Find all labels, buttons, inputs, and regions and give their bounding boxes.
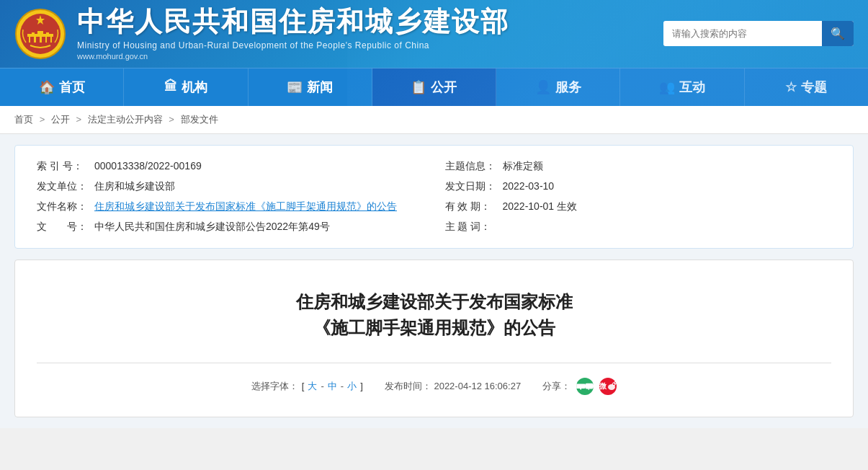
bracket-close: ] — [360, 381, 363, 391]
nav-label-home: 首页 — [59, 79, 85, 96]
info-value-index: 000013338/2022-00169 — [94, 160, 202, 172]
publish-time-value: 2022-04-12 16:06:27 — [434, 381, 521, 391]
breadcrumb-sep-2: > — [76, 114, 81, 125]
info-label-issuer: 发文单位： — [37, 180, 94, 193]
national-emblem-icon — [14, 8, 66, 60]
font-size-small[interactable]: 小 — [347, 380, 357, 393]
document-divider — [37, 363, 831, 363]
logo-text: 中华人民共和国住房和城乡建设部 Ministry of Housing and … — [77, 7, 509, 61]
share-label: 分享： — [542, 380, 571, 393]
news-icon: 📰 — [287, 79, 303, 95]
svg-rect-5 — [37, 31, 43, 35]
header: 中华人民共和国住房和城乡建设部 Ministry of Housing and … — [0, 0, 868, 106]
info-value-issuer: 住房和城乡建设部 — [94, 180, 175, 193]
publish-time-area: 发布时间： 2022-04-12 16:06:27 — [385, 380, 521, 393]
svg-rect-12 — [585, 383, 594, 389]
nav-label-institutions: 机构 — [182, 79, 207, 96]
info-card: 索 引 号： 000013338/2022-00169 发文单位： 住房和城乡建… — [14, 145, 854, 249]
font-size-sep-1: - — [321, 381, 323, 391]
home-icon: 🏠 — [39, 79, 55, 95]
font-size-medium[interactable]: 中 — [328, 380, 337, 393]
info-row-docnum: 文 号： 中华人民共和国住房和城乡建设部公告2022年第49号 — [37, 221, 424, 234]
info-row-index: 索 引 号： 000013338/2022-00169 — [37, 160, 424, 173]
svg-rect-8 — [36, 37, 40, 43]
main-content: 索 引 号： 000013338/2022-00169 发文单位： 住房和城乡建… — [0, 134, 868, 428]
nav-item-institutions[interactable]: 🏛 机构 — [124, 68, 248, 106]
svg-rect-10 — [47, 37, 50, 43]
svg-marker-13 — [588, 389, 590, 390]
nav-label-news: 新闻 — [307, 79, 333, 96]
weibo-icon — [607, 381, 617, 391]
document-title-line1: 住房和城乡建设部关于发布国家标准 — [37, 289, 831, 315]
site-url: www.mohurd.gov.cn — [77, 52, 509, 61]
info-label-index: 索 引 号： — [37, 160, 94, 173]
breadcrumb-sep-1: > — [40, 114, 45, 125]
document-card: 住房和城乡建设部关于发布国家标准 《施工脚手架通用规范》的公告 选择字体： [ … — [14, 260, 854, 417]
breadcrumb-public[interactable]: 公开 — [51, 114, 70, 125]
breadcrumb-category[interactable]: 法定主动公开内容 — [88, 114, 163, 125]
info-label-date: 发文日期： — [445, 180, 503, 193]
document-title-line2: 《施工脚手架通用规范》的公告 — [37, 315, 831, 341]
info-row-date: 发文日期： 2022-03-10 — [445, 180, 832, 193]
breadcrumb-home[interactable]: 首页 — [14, 114, 33, 125]
info-label-keywords: 主 题 词： — [445, 221, 503, 234]
info-row-validity: 有 效 期： 2022-10-01 生效 — [445, 200, 832, 213]
document-title: 住房和城乡建设部关于发布国家标准 《施工脚手架通用规范》的公告 — [37, 289, 831, 341]
bracket-open: [ — [302, 381, 305, 391]
svg-point-14 — [608, 384, 615, 390]
svg-rect-6 — [46, 32, 49, 35]
font-size-sep-2: - — [341, 381, 344, 391]
font-size-label: 选择字体： — [251, 380, 298, 393]
breadcrumb: 首页 > 公开 > 法定主动公开内容 > 部发文件 — [0, 106, 868, 134]
info-value-date: 2022-03-10 — [503, 180, 555, 192]
info-row-topic: 主题信息： 标准定额 — [445, 160, 832, 173]
info-row-issuer: 发文单位： 住房和城乡建设部 — [37, 180, 424, 193]
font-size-large[interactable]: 大 — [308, 380, 317, 393]
info-right: 主题信息： 标准定额 发文日期： 2022-03-10 有 效 期： 2022-… — [445, 160, 832, 234]
info-label-topic: 主题信息： — [445, 160, 503, 173]
nav-item-home[interactable]: 🏠 首页 — [0, 68, 124, 106]
logo-area: 中华人民共和国住房和城乡建设部 Ministry of Housing and … — [14, 7, 509, 61]
search-input[interactable] — [663, 22, 822, 45]
breadcrumb-current: 部发文件 — [181, 114, 218, 125]
share-wechat-button[interactable] — [576, 378, 594, 395]
font-size-selector: 选择字体： [ 大 - 中 - 小 ] — [251, 380, 363, 393]
site-subtitle: Ministry of Housing and Urban-Rural Deve… — [77, 40, 509, 50]
document-meta: 选择字体： [ 大 - 中 - 小 ] 发布时间： 2022-04-12 16:… — [37, 378, 831, 395]
breadcrumb-sep-3: > — [169, 114, 174, 125]
share-weibo-button[interactable] — [599, 378, 617, 395]
svg-rect-7 — [30, 37, 34, 43]
info-value-validity: 2022-10-01 生效 — [503, 200, 578, 213]
info-row-keywords: 主 题 词： — [445, 221, 832, 234]
svg-rect-9 — [42, 37, 45, 43]
search-box: 🔍 — [663, 21, 854, 46]
info-value-topic: 标准定额 — [503, 160, 543, 173]
publish-time-label: 发布时间： — [385, 381, 431, 391]
svg-rect-4 — [32, 32, 35, 35]
share-area: 分享： — [542, 378, 617, 395]
info-row-filename: 文件名称： 住房和城乡建设部关于发布国家标准《施工脚手架通用规范》的公告 — [37, 200, 424, 213]
svg-point-16 — [614, 381, 617, 383]
search-area: 🔍 — [663, 21, 854, 46]
info-label-docnum: 文 号： — [37, 221, 94, 234]
info-value-filename[interactable]: 住房和城乡建设部关于发布国家标准《施工脚手架通用规范》的公告 — [94, 200, 397, 213]
info-label-filename: 文件名称： — [37, 200, 94, 213]
institutions-icon: 🏛 — [164, 79, 177, 94]
info-label-validity: 有 效 期： — [445, 200, 503, 213]
info-value-docnum: 中华人民共和国住房和城乡建设部公告2022年第49号 — [94, 221, 330, 234]
info-left: 索 引 号： 000013338/2022-00169 发文单位： 住房和城乡建… — [37, 160, 424, 234]
site-title: 中华人民共和国住房和城乡建设部 — [77, 7, 509, 37]
wechat-icon — [585, 382, 594, 391]
search-button[interactable]: 🔍 — [822, 21, 854, 46]
